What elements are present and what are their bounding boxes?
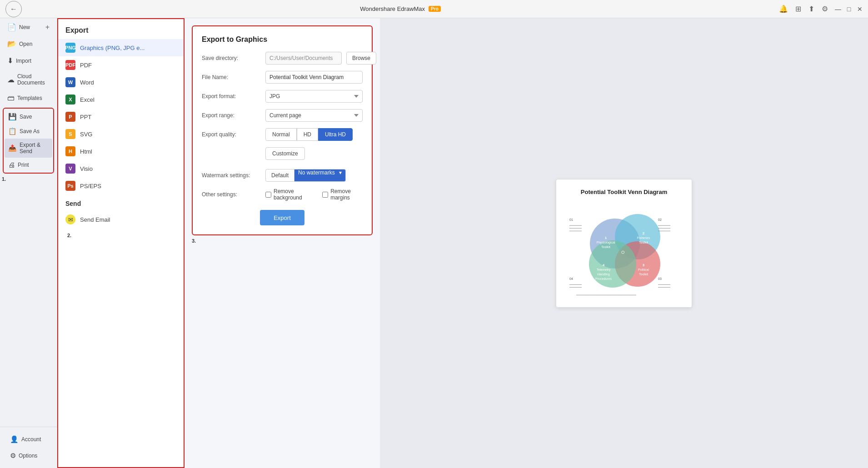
export-item-png[interactable]: PNG Graphics (PNG, JPG e... <box>58 39 184 56</box>
side-text-10: ━━━━━━━━━ <box>658 286 671 289</box>
email-icon: ✉ <box>65 214 75 224</box>
ppt-icon: P <box>65 112 75 122</box>
export-item-ps[interactable]: Ps PS/EPS <box>58 177 184 194</box>
other-settings-checkboxes: Remove background Remove margins <box>265 188 363 201</box>
save-section: 💾 Save 📋 Save As 📤 Export & Send 🖨 Print <box>3 108 54 174</box>
share-icon[interactable]: ⬆ <box>808 5 814 13</box>
circle1-line1: Physiological <box>597 241 615 244</box>
notification-icon[interactable]: 🔔 <box>779 5 788 13</box>
grid-icon[interactable]: ⊞ <box>795 5 801 13</box>
options-icon: ⚙ <box>10 452 16 460</box>
other-settings-label: Other settings: <box>202 191 261 198</box>
send-email-label: Send Email <box>80 216 110 223</box>
annotation-1: 1. <box>0 175 57 183</box>
sidebar-item-print[interactable]: 🖨 Print <box>5 158 52 172</box>
save-directory-row: Save directory: Browse <box>202 52 363 65</box>
export-button[interactable]: Export <box>260 210 304 225</box>
circle4-line1: Telemetry <box>597 268 611 272</box>
export-item-visio[interactable]: V Visio <box>58 160 184 177</box>
export-item-word[interactable]: W Word <box>58 74 184 91</box>
sidebar-item-new[interactable]: 📄 New + <box>3 19 54 35</box>
window-controls: — □ ✕ <box>835 6 863 12</box>
customize-row: Customize <box>202 147 363 160</box>
app-title: Wondershare EdrawMax <box>360 5 425 12</box>
sidebar-item-import[interactable]: ⬇ Import <box>3 53 54 69</box>
label-03: 03 <box>658 277 662 280</box>
circle2-num: 2 <box>643 231 645 235</box>
label-04: 04 <box>569 277 573 280</box>
watermark-select[interactable]: No watermarks ▾ <box>294 169 346 182</box>
sidebar-item-account[interactable]: 👤 Account <box>5 432 51 447</box>
quality-ultrahd-button[interactable]: Ultra HD <box>318 128 353 141</box>
title-bar-right: 🔔 ⊞ ⬆ ⚙ — □ ✕ <box>779 5 863 13</box>
maximize-button[interactable]: □ <box>846 6 852 12</box>
file-name-row: File Name: <box>202 71 363 84</box>
quality-normal-button[interactable]: Normal <box>265 128 297 141</box>
back-button[interactable]: ← <box>5 1 22 17</box>
app-title-area: Wondershare EdrawMax Pro <box>360 5 441 12</box>
quality-hd-button[interactable]: HD <box>297 128 318 141</box>
pdf-label: PDF <box>80 62 92 69</box>
remove-margins-checkbox[interactable] <box>322 192 328 198</box>
remove-margins-item[interactable]: Remove margins <box>322 188 363 201</box>
circle-4 <box>589 240 636 288</box>
close-button[interactable]: ✕ <box>857 6 863 12</box>
plus-icon[interactable]: + <box>45 23 50 31</box>
watermark-default-button[interactable]: Default <box>265 169 294 182</box>
export-item-excel[interactable]: X Excel <box>58 91 184 108</box>
options-label: Options <box>19 453 37 459</box>
circle2-line1: Fisheries <box>637 236 650 239</box>
side-text-3: ━━━━━━━━━ <box>569 229 582 232</box>
sidebar-top: 📄 New + 📂 Open ⬇ Import ☁ Cloud Document… <box>0 18 57 427</box>
sidebar-bottom: 👤 Account ⚙ Options <box>0 427 57 468</box>
cloud-label: Cloud Documents <box>17 73 50 86</box>
export-item-pdf[interactable]: PDF PDF <box>58 56 184 74</box>
preview-panel: Potential Toolkit Venn Diagram 01 02 04 … <box>380 18 868 468</box>
sidebar-item-cloud[interactable]: ☁ Cloud Documents <box>3 70 54 90</box>
sidebar-item-save-as[interactable]: 📋 Save As <box>5 124 52 139</box>
export-item-html[interactable]: H Html <box>58 143 184 160</box>
export-range-select[interactable]: Current page All pages <box>265 109 363 122</box>
save-directory-input[interactable] <box>265 52 342 65</box>
save-as-label: Save As <box>20 128 40 134</box>
form-title: Export to Graphics <box>202 35 363 44</box>
export-range-row: Export range: Current page All pages <box>202 109 363 122</box>
svg-icon: S <box>65 129 75 139</box>
sidebar-item-options[interactable]: ⚙ Options <box>5 448 51 463</box>
sidebar-item-save[interactable]: 💾 Save <box>5 110 52 124</box>
center-text: ⬡ <box>621 250 624 254</box>
import-label: Import <box>16 58 31 64</box>
sidebar-item-open[interactable]: 📂 Open <box>3 36 54 52</box>
remove-background-checkbox[interactable] <box>265 192 271 198</box>
send-email-item[interactable]: ✉ Send Email <box>58 211 184 228</box>
export-range-label: Export range: <box>202 112 261 119</box>
file-name-input[interactable] <box>265 71 363 84</box>
settings-icon[interactable]: ⚙ <box>822 5 828 13</box>
browse-button[interactable]: Browse <box>346 52 376 65</box>
minimize-button[interactable]: — <box>835 6 841 12</box>
export-format-label: Export format: <box>202 93 261 100</box>
pdf-icon: PDF <box>65 60 75 70</box>
watermark-dropdown-icon[interactable]: ▾ <box>339 169 342 176</box>
export-item-svg[interactable]: S SVG <box>58 125 184 143</box>
new-label: New <box>19 24 30 30</box>
circle3-line1: Political <box>638 268 649 271</box>
export-format-select[interactable]: JPG PNG BMP TIFF <box>265 90 363 103</box>
export-quality-row: Export quality: Normal HD Ultra HD <box>202 128 363 141</box>
circle4-num: 4 <box>603 263 605 267</box>
png-label: Graphics (PNG, JPG e... <box>80 45 145 51</box>
other-settings-row: Other settings: Remove background Remove… <box>202 188 363 201</box>
circle1-line2: Toolkit <box>601 245 610 249</box>
export-panel: Export PNG Graphics (PNG, JPG e... PDF P… <box>57 18 185 468</box>
sidebar-item-export[interactable]: 📤 Export & Send <box>5 139 52 158</box>
pro-badge: Pro <box>429 6 441 12</box>
sidebar-item-templates[interactable]: 🗃 Templates <box>3 90 54 106</box>
export-quality-label: Export quality: <box>202 131 261 138</box>
export-item-ppt[interactable]: P PPT <box>58 108 184 125</box>
customize-button[interactable]: Customize <box>265 147 305 160</box>
export-form-box: Export to Graphics Save directory: Brows… <box>192 25 373 235</box>
annotation-3: 3. <box>192 235 373 244</box>
save-as-icon: 📋 <box>8 127 17 135</box>
remove-background-item[interactable]: Remove background <box>265 188 313 201</box>
circle1-num: 1 <box>605 236 607 240</box>
